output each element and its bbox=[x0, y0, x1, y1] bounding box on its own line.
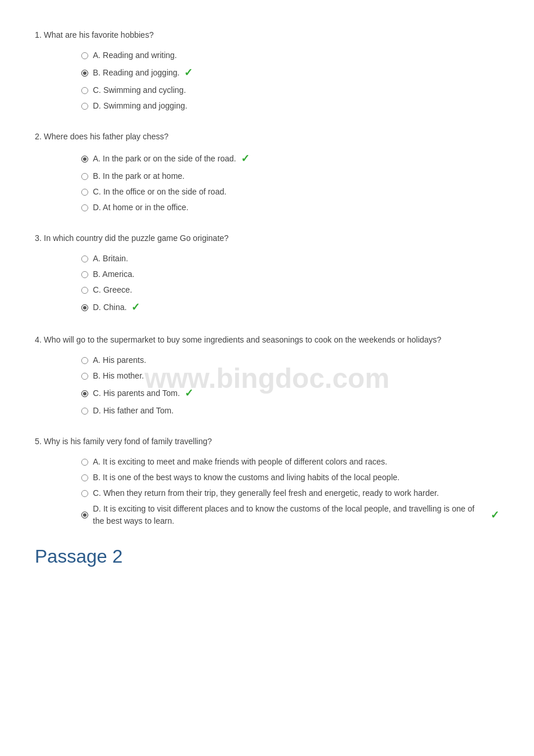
option-text-q1d: D. Swimming and jogging. bbox=[93, 100, 187, 112]
radio-q5b bbox=[81, 474, 88, 481]
question-block-q1: 1. What are his favorite hobbies?A. Read… bbox=[35, 29, 499, 112]
option-item-q1a[interactable]: A. Reading and writing. bbox=[81, 49, 499, 62]
question-text-q2: 2. Where does his father play chess? bbox=[35, 131, 499, 143]
option-text-q2a: A. In the park or on the side of the roa… bbox=[93, 153, 236, 165]
option-item-q1b[interactable]: B. Reading and jogging.✓ bbox=[81, 65, 499, 81]
radio-q3c bbox=[81, 287, 88, 294]
option-item-q1d[interactable]: D. Swimming and jogging. bbox=[81, 100, 499, 112]
option-text-q5a: A. It is exciting to meet and make frien… bbox=[93, 456, 387, 468]
radio-q3a bbox=[81, 255, 88, 262]
option-item-q4c[interactable]: C. His parents and Tom.✓ bbox=[81, 386, 499, 401]
option-text-q5c: C. When they return from their trip, the… bbox=[93, 487, 439, 499]
option-text-q1b: B. Reading and jogging. bbox=[93, 67, 179, 79]
radio-q1a bbox=[81, 52, 88, 59]
radio-q3d bbox=[81, 304, 88, 311]
option-text-q5b: B. It is one of the best ways to know th… bbox=[93, 471, 399, 484]
radio-q2c bbox=[81, 189, 88, 196]
option-text-q4d: D. His father and Tom. bbox=[93, 405, 174, 417]
check-mark-q4c: ✓ bbox=[185, 386, 193, 401]
radio-q1c bbox=[81, 87, 88, 94]
question-block-q4: 4. Who will go to the supermarket to buy… bbox=[35, 334, 499, 417]
option-item-q2c[interactable]: C. In the office or on the side of road. bbox=[81, 186, 499, 198]
options-list-q4: A. His parents.B. His mother.C. His pare… bbox=[81, 354, 499, 417]
radio-q4c bbox=[81, 390, 88, 397]
option-item-q2a[interactable]: A. In the park or on the side of the roa… bbox=[81, 151, 499, 167]
option-item-q5b[interactable]: B. It is one of the best ways to know th… bbox=[81, 471, 499, 484]
option-text-q1c: C. Swimming and cycling. bbox=[93, 84, 186, 96]
question-text-q3: 3. In which country did the puzzle game … bbox=[35, 232, 499, 244]
option-text-q2c: C. In the office or on the side of road. bbox=[93, 186, 226, 198]
option-item-q3d[interactable]: D. China.✓ bbox=[81, 300, 499, 315]
passage2-heading: Passage 2 bbox=[35, 546, 499, 567]
radio-q5d bbox=[81, 512, 88, 519]
option-item-q4a[interactable]: A. His parents. bbox=[81, 354, 499, 366]
option-text-q1a: A. Reading and writing. bbox=[93, 49, 177, 62]
question-block-q3: 3. In which country did the puzzle game … bbox=[35, 232, 499, 315]
option-text-q4c: C. His parents and Tom. bbox=[93, 387, 180, 399]
option-item-q1c[interactable]: C. Swimming and cycling. bbox=[81, 84, 499, 96]
radio-q1b bbox=[81, 70, 88, 77]
radio-q2b bbox=[81, 173, 88, 180]
options-list-q1: A. Reading and writing.B. Reading and jo… bbox=[81, 49, 499, 112]
option-item-q3c[interactable]: C. Greece. bbox=[81, 284, 499, 296]
check-mark-q3d: ✓ bbox=[131, 300, 140, 315]
option-item-q3a[interactable]: A. Britain. bbox=[81, 253, 499, 265]
question-block-q2: 2. Where does his father play chess?A. I… bbox=[35, 131, 499, 214]
check-mark-q5d: ✓ bbox=[490, 507, 499, 523]
question-text-q1: 1. What are his favorite hobbies? bbox=[35, 29, 499, 41]
option-item-q3b[interactable]: B. America. bbox=[81, 268, 499, 280]
radio-q5a bbox=[81, 459, 88, 466]
options-list-q2: A. In the park or on the side of the roa… bbox=[81, 151, 499, 214]
option-item-q5a[interactable]: A. It is exciting to meet and make frien… bbox=[81, 456, 499, 468]
option-text-q3d: D. China. bbox=[93, 301, 127, 314]
radio-q2d bbox=[81, 204, 88, 211]
option-text-q3b: B. America. bbox=[93, 268, 135, 280]
radio-q2a bbox=[81, 156, 88, 163]
question-text-q5: 5. Why is his family very fond of family… bbox=[35, 435, 499, 448]
check-mark-q2a: ✓ bbox=[241, 151, 250, 167]
options-list-q5: A. It is exciting to meet and make frien… bbox=[81, 456, 499, 527]
radio-q4b bbox=[81, 373, 88, 380]
option-item-q2d[interactable]: D. At home or in the office. bbox=[81, 201, 499, 214]
radio-q4a bbox=[81, 357, 88, 364]
option-text-q5d: D. It is exciting to visit different pla… bbox=[93, 503, 486, 527]
option-text-q2d: D. At home or in the office. bbox=[93, 201, 189, 214]
option-item-q2b[interactable]: B. In the park or at home. bbox=[81, 170, 499, 182]
radio-q3b bbox=[81, 271, 88, 278]
option-text-q3c: C. Greece. bbox=[93, 284, 132, 296]
option-text-q2b: B. In the park or at home. bbox=[93, 170, 185, 182]
option-item-q5d[interactable]: D. It is exciting to visit different pla… bbox=[81, 503, 499, 527]
option-text-q4b: B. His mother. bbox=[93, 370, 144, 382]
option-item-q4d[interactable]: D. His father and Tom. bbox=[81, 405, 499, 417]
option-text-q3a: A. Britain. bbox=[93, 253, 128, 265]
radio-q4d bbox=[81, 408, 88, 415]
option-text-q4a: A. His parents. bbox=[93, 354, 146, 366]
question-block-q5: 5. Why is his family very fond of family… bbox=[35, 435, 499, 527]
radio-q5c bbox=[81, 490, 88, 497]
questions-container: 1. What are his favorite hobbies?A. Read… bbox=[35, 29, 499, 527]
radio-q1d bbox=[81, 103, 88, 110]
option-item-q4b[interactable]: B. His mother. bbox=[81, 370, 499, 382]
option-item-q5c[interactable]: C. When they return from their trip, the… bbox=[81, 487, 499, 499]
question-text-q4: 4. Who will go to the supermarket to buy… bbox=[35, 334, 499, 346]
check-mark-q1b: ✓ bbox=[184, 65, 193, 81]
options-list-q3: A. Britain.B. America.C. Greece.D. China… bbox=[81, 253, 499, 315]
